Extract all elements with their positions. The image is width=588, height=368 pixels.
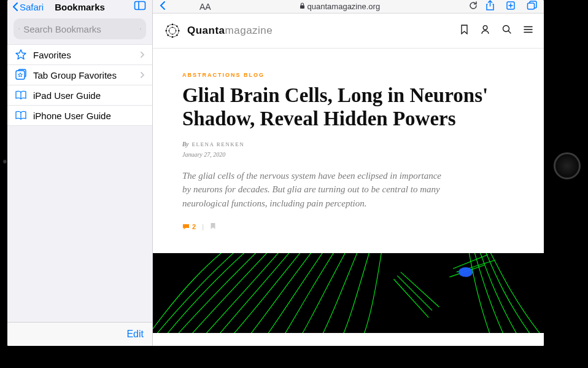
article-lede: The glial cells of the nervous system ha… [182, 169, 446, 211]
bookmark-label: iPhone User Guide [33, 111, 145, 121]
svg-point-19 [166, 30, 167, 31]
tab-star-icon [15, 69, 27, 81]
ipad-screen: Safari Bookmarks [7, 0, 544, 346]
book-icon [15, 111, 27, 120]
chevron-right-icon [140, 50, 145, 60]
svg-point-18 [172, 36, 173, 37]
account-icon[interactable] [481, 25, 490, 37]
camera-dot [3, 160, 7, 163]
hero-image [153, 253, 544, 333]
svg-point-27 [168, 30, 169, 31]
bookmark-list: Favorites Tab Group Favorites [7, 44, 152, 126]
svg-point-24 [176, 34, 177, 36]
share-button[interactable] [485, 0, 495, 14]
bookmark-iphone-guide[interactable]: iPhone User Guide [7, 106, 152, 126]
comment-icon [182, 224, 190, 230]
bookmark-label: Favorites [33, 50, 134, 60]
svg-point-30 [503, 26, 509, 32]
sidebar-toggle-icon [134, 0, 146, 11]
quanta-logo-mark [164, 22, 181, 39]
svg-rect-10 [300, 6, 304, 9]
svg-rect-0 [135, 2, 145, 10]
comment-count: 2 [192, 223, 196, 230]
site-logo[interactable]: Quantamagazine [164, 22, 273, 39]
back-to-safari-button[interactable]: Safari [12, 2, 44, 12]
new-tab-button[interactable] [506, 1, 516, 13]
svg-point-29 [483, 26, 487, 30]
search-container [7, 14, 152, 44]
svg-point-21 [168, 26, 169, 27]
author-link[interactable]: ELENA RENKEN [192, 141, 245, 147]
svg-line-3 [19, 29, 20, 29]
svg-point-36 [458, 267, 473, 277]
bookmark-tab-group-favorites[interactable]: Tab Group Favorites [7, 65, 152, 85]
bookmark-label: Tab Group Favorites [33, 70, 134, 80]
back-label: Safari [20, 2, 44, 12]
svg-rect-7 [16, 71, 25, 79]
svg-point-20 [178, 30, 179, 31]
chevron-right-icon [140, 70, 145, 80]
svg-point-22 [176, 26, 177, 27]
menu-icon[interactable] [524, 25, 533, 37]
logo-thin: magazine [225, 25, 273, 36]
save-article-icon[interactable] [210, 222, 216, 231]
bookmark-label: iPad User Guide [33, 90, 145, 101]
svg-point-26 [172, 34, 173, 35]
reload-button[interactable] [468, 1, 478, 13]
dictation-icon[interactable] [140, 24, 141, 34]
site-search-icon[interactable] [502, 25, 511, 37]
device-frame: Safari Bookmarks [0, 0, 588, 368]
search-icon [18, 25, 20, 33]
url-text: quantamagazine.org [308, 2, 381, 11]
svg-point-28 [176, 30, 177, 31]
svg-point-25 [172, 26, 173, 28]
article-title: Glial Brain Cells, Long in Neurons' Shad… [182, 84, 514, 131]
tabs-button[interactable] [527, 1, 538, 13]
by-prefix: By [182, 141, 189, 147]
svg-line-31 [509, 31, 511, 34]
svg-point-17 [172, 24, 173, 25]
svg-rect-4 [141, 28, 141, 29]
browser-toolbar: AA quantamagazine.org [153, 0, 544, 14]
search-input[interactable] [23, 24, 140, 34]
content-pane: AA quantamagazine.org [153, 0, 544, 346]
publish-date: January 27, 2020 [182, 151, 514, 158]
byline: By ELENA RENKEN [182, 141, 514, 147]
logo-bold: Quanta [187, 25, 225, 36]
svg-point-16 [169, 27, 176, 34]
bookmarks-sidebar: Safari Bookmarks [7, 0, 153, 346]
edit-button[interactable]: Edit [7, 322, 152, 346]
star-icon [15, 49, 27, 61]
new-bookmark-button[interactable] [134, 0, 146, 14]
svg-rect-14 [528, 3, 535, 9]
logo-text: Quantamagazine [187, 25, 273, 37]
browser-back-button[interactable] [159, 0, 166, 14]
article-meta: 2 | [182, 222, 514, 231]
article-category[interactable]: ABSTRACTIONS BLOG [182, 72, 514, 78]
site-nav [460, 25, 533, 37]
home-button[interactable] [554, 152, 581, 179]
book-icon [15, 90, 27, 100]
search-field[interactable] [14, 18, 146, 39]
divider: | [202, 223, 204, 230]
reader-settings-button[interactable]: AA [199, 2, 211, 12]
toolbar-right [485, 0, 538, 14]
sidebar-header: Safari Bookmarks [7, 0, 152, 14]
bookmark-ipad-guide[interactable]: iPad User Guide [7, 85, 152, 106]
bookmark-favorites[interactable]: Favorites [7, 45, 152, 65]
chevron-left-icon [12, 2, 18, 12]
save-bookmark-icon[interactable] [460, 25, 468, 37]
lock-icon [300, 2, 305, 10]
article-body: ABSTRACTIONS BLOG Glial Brain Cells, Lon… [153, 49, 544, 346]
comments-link[interactable]: 2 [182, 223, 196, 230]
site-header: Quantamagazine [153, 14, 544, 49]
svg-point-23 [168, 34, 169, 36]
url-bar[interactable]: quantamagazine.org [219, 2, 461, 11]
